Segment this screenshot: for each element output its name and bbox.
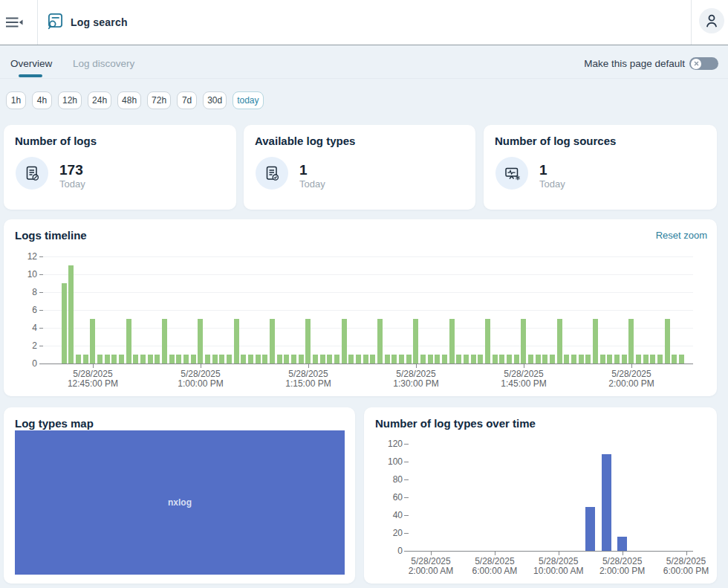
timeline-bar [428, 355, 433, 364]
y-tick-mark [39, 274, 43, 275]
timeline-bar [377, 319, 383, 364]
stat-title: Number of log sources [495, 135, 616, 147]
timeline-bar [607, 355, 612, 364]
tab-log-discovery[interactable]: Log discovery [73, 58, 134, 69]
log-types-map-card: Log types map nxlog [4, 407, 355, 584]
y-tick-label: 60 [380, 492, 403, 503]
time-range-72h[interactable]: 72h [147, 91, 171, 109]
x-tick-mark [623, 551, 623, 555]
timeline-bar [536, 355, 541, 364]
y-tick-label: 20 [380, 528, 403, 538]
timeline-bar [83, 355, 88, 364]
y-tick-mark [404, 462, 409, 462]
x-tick-label: 5/28/20252:00:00 PM [587, 369, 676, 389]
y-tick-mark [39, 292, 43, 293]
timeline-bar [406, 355, 412, 364]
treemap-cell-nxlog: nxlog [15, 430, 345, 575]
timeline-bar [542, 355, 547, 364]
time-range-7d[interactable]: 7d [177, 91, 197, 109]
log-types-map-title: Log types map [15, 417, 94, 430]
timeline-bar [657, 355, 663, 364]
timeline-bar [198, 319, 203, 364]
timeline-bar [90, 319, 95, 364]
stat-title: Number of logs [15, 135, 97, 147]
timeline-bar [391, 355, 397, 364]
sidebar-collapse-button[interactable] [5, 17, 30, 33]
time-range-1h[interactable]: 1h [6, 91, 26, 109]
timeline-bar [399, 355, 404, 364]
stat-card-available-log-types: Available log types 1 Today [244, 125, 475, 210]
time-range-24h[interactable]: 24h [88, 91, 111, 109]
timeline-bar [219, 355, 224, 364]
header-divider-right [691, 0, 692, 45]
timeline-bar [234, 319, 239, 364]
x-tick-mark [93, 364, 94, 368]
timeline-bar [348, 355, 354, 364]
gridline [40, 310, 693, 311]
timeline-bar [521, 319, 526, 364]
timeline-bar [262, 355, 267, 364]
user-avatar-button[interactable] [699, 8, 724, 33]
y-tick-label: 80 [380, 474, 403, 485]
timeline-bar [550, 355, 555, 364]
timeline-bar [557, 319, 562, 364]
timeline-bar [126, 319, 131, 364]
toggle-x-icon [694, 61, 699, 66]
log-types-over-time-chart[interactable]: 0204060801001205/28/20252:00:00 AM5/28/2… [364, 407, 717, 584]
y-tick-label: 8 [15, 287, 37, 297]
x-tick-label: 5/28/20251:30:00 PM [371, 369, 461, 389]
x-tick-mark [559, 551, 559, 555]
timeline-bar [183, 355, 189, 364]
log-sources-icon [504, 165, 521, 182]
stat-card-number-of-log-sources: Number of log sources 1 Today [484, 125, 717, 210]
stat-icon-circle [495, 157, 528, 190]
make-default-toggle[interactable] [689, 57, 718, 70]
types-bar [585, 507, 595, 551]
timeline-bar [456, 355, 461, 364]
timeline-bar [485, 319, 490, 364]
time-range-48h[interactable]: 48h [117, 91, 141, 109]
reset-zoom-link[interactable]: Reset zoom [656, 230, 707, 241]
stat-title: Available log types [255, 135, 355, 147]
timeline-bar [342, 319, 347, 364]
timeline-bar [413, 319, 418, 364]
log-types-over-time-card: Number of log types over time 0204060801… [364, 407, 717, 584]
stat-value: 1 [299, 162, 308, 178]
logs-timeline-title: Logs timeline [15, 229, 87, 242]
toggle-knob [691, 59, 701, 69]
timeline-bar [643, 355, 649, 364]
timeline-bar [363, 355, 368, 364]
timeline-bar [679, 355, 684, 364]
time-range-today[interactable]: today [233, 91, 263, 109]
tab-overview[interactable]: Overview [10, 58, 52, 69]
time-range-12h[interactable]: 12h [58, 91, 82, 109]
header: Log search [0, 0, 728, 45]
y-tick-label: 0 [15, 358, 37, 369]
time-range-group: 1h4h12h24h48h72h7d30dtoday [6, 91, 264, 109]
timeline-bar [248, 355, 253, 364]
timeline-bar [241, 355, 246, 364]
time-range-4h[interactable]: 4h [32, 91, 52, 109]
tab-bar: Overview Log discovery Make this page de… [0, 45, 728, 79]
stat-period: Today [59, 178, 85, 190]
y-tick-mark [404, 444, 409, 445]
y-tick-label: 0 [380, 546, 403, 556]
log-types-over-time-title: Number of log types over time [375, 417, 536, 430]
logs-timeline-chart[interactable]: 0246810125/28/202512:45:00 PM5/28/20251:… [4, 219, 717, 396]
timeline-bar [499, 355, 504, 364]
y-tick-mark [404, 479, 409, 480]
x-axis-line [40, 364, 693, 364]
log-types-icon [264, 165, 280, 181]
timeline-bar [356, 355, 361, 364]
timeline-bar [169, 355, 175, 364]
page-title: Log search [71, 0, 128, 45]
time-range-30d[interactable]: 30d [203, 91, 227, 109]
timeline-bar [162, 319, 167, 364]
gridline [40, 256, 693, 257]
timeline-bar [628, 319, 634, 364]
y-tick-label: 120 [380, 439, 403, 449]
log-types-treemap[interactable]: nxlog [15, 430, 345, 575]
timeline-bar [191, 355, 196, 364]
timeline-bar [493, 355, 498, 364]
timeline-bar [622, 355, 627, 364]
